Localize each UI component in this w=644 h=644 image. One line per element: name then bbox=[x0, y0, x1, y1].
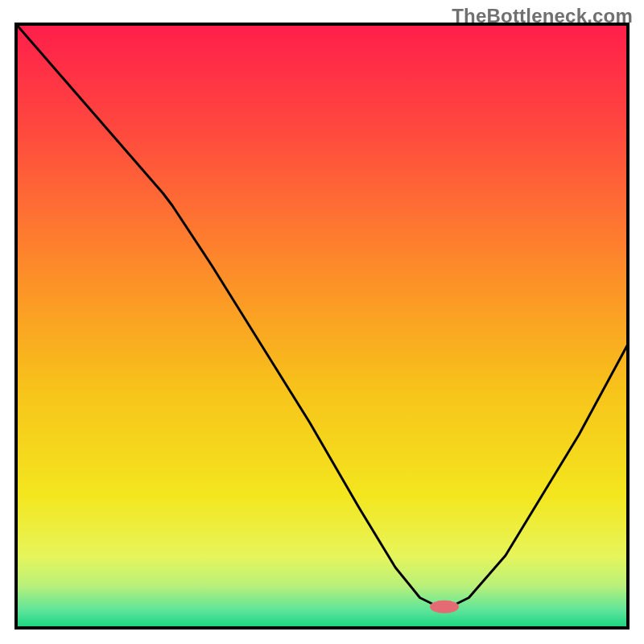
bottleneck-chart bbox=[0, 0, 644, 644]
ideal-point-marker bbox=[430, 601, 459, 613]
watermark-text: TheBottleneck.com bbox=[452, 5, 633, 27]
chart-stage: TheBottleneck.com bbox=[0, 0, 644, 644]
gradient-background bbox=[16, 24, 628, 628]
